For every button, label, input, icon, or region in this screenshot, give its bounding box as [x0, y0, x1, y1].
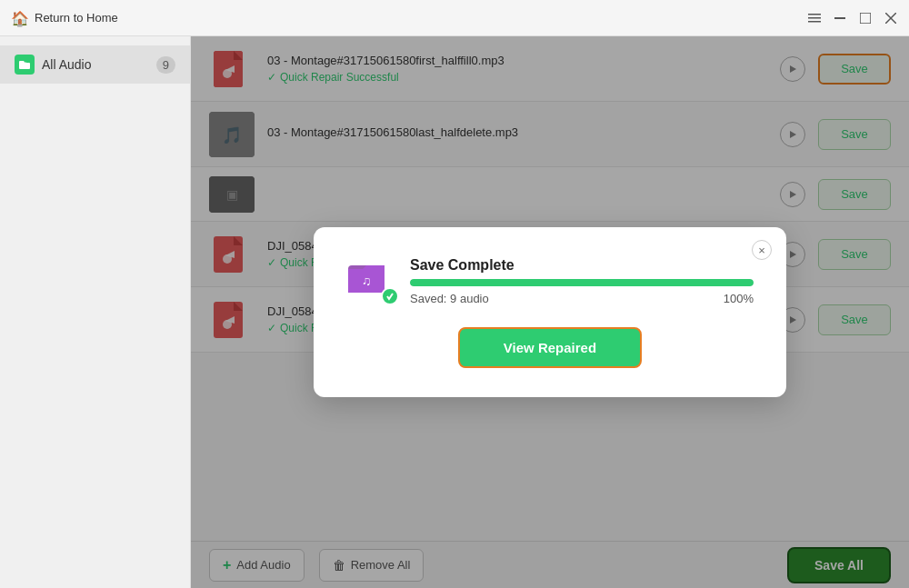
app-body: All Audio 9 03 - Montage#31: [0, 36, 909, 588]
modal-title: Save Complete: [410, 257, 754, 274]
modal-overlay: × ♫ S: [191, 36, 909, 588]
save-complete-modal: × ♫ S: [314, 227, 786, 397]
window-controls: [807, 11, 898, 25]
sidebar-item-count: 9: [156, 56, 175, 74]
progress-bar-fill: [410, 279, 754, 286]
modal-actions: View Repaired: [346, 327, 754, 368]
sidebar: All Audio 9: [0, 36, 191, 588]
progress-info: Saved: 9 audio 100%: [410, 292, 754, 305]
svg-rect-1: [808, 17, 821, 19]
sidebar-item-label: All Audio: [42, 57, 91, 72]
sidebar-item-all-audio[interactable]: All Audio 9: [0, 45, 190, 84]
svg-text:♫: ♫: [362, 274, 372, 288]
progress-bar-container: [410, 279, 754, 286]
svg-rect-4: [860, 13, 871, 24]
modal-title-area: Save Complete Saved: 9 audio 100%: [410, 257, 754, 305]
content-area: 03 - Montage#31715061580first_halffill0.…: [191, 36, 909, 588]
svg-rect-3: [834, 17, 845, 19]
minimize-button[interactable]: [833, 11, 847, 25]
modal-success-badge: [381, 287, 399, 305]
view-repaired-button[interactable]: View Repaired: [458, 327, 642, 368]
svg-rect-2: [808, 21, 821, 23]
modal-close-button[interactable]: ×: [752, 240, 772, 260]
title-bar: 🏠 Return to Home: [0, 0, 909, 36]
modal-icon-wrap: ♫: [346, 256, 395, 305]
sidebar-item-left: All Audio: [15, 55, 91, 75]
title-bar-left: 🏠 Return to Home: [11, 10, 118, 26]
svg-rect-0: [808, 14, 821, 15]
saved-text: Saved: 9 audio: [410, 292, 489, 305]
menu-icon[interactable]: [807, 11, 822, 25]
app-title: Return to Home: [35, 11, 118, 25]
app-icon: 🏠: [11, 10, 27, 26]
modal-top: ♫ Save Complete Saved: 9 audio: [346, 256, 754, 305]
progress-percent: 100%: [724, 292, 754, 305]
maximize-button[interactable]: [858, 11, 873, 25]
audio-folder-icon: [15, 55, 35, 75]
close-button[interactable]: [884, 11, 898, 25]
